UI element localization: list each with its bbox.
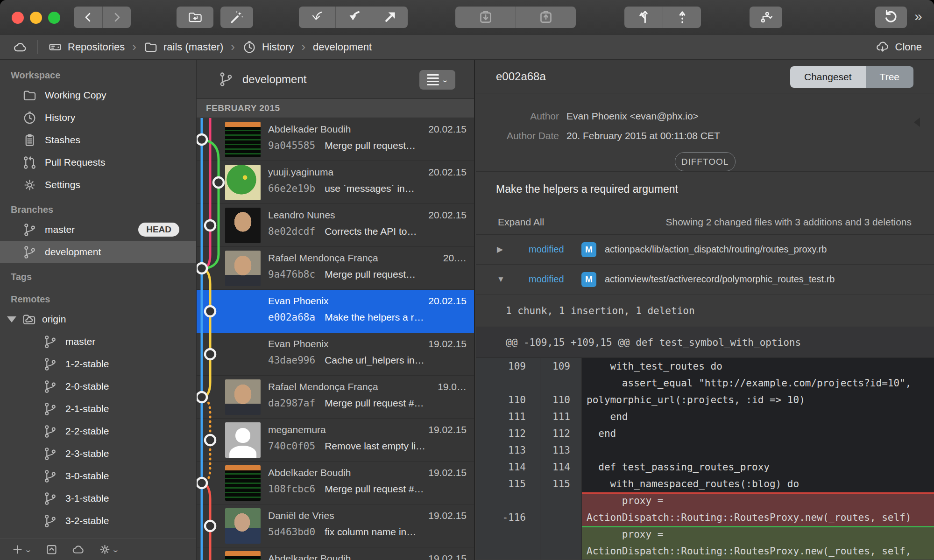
minimize-button[interactable] <box>30 12 42 24</box>
breadcrumb-item-development[interactable]: development <box>313 41 372 53</box>
commit-row[interactable]: yuuji.yaginuma20.02.1566e2e19buse `messa… <box>197 161 474 204</box>
refresh-button[interactable] <box>875 7 907 28</box>
commit-meta: Abdelkader Boudih20.02.159a045585Merge p… <box>268 124 467 151</box>
commit-message: Merge pull request #… <box>325 398 424 409</box>
expand-triangle-icon[interactable]: ▶ <box>497 245 506 254</box>
remote-folder-icon <box>22 312 36 327</box>
commit-meta: yuuji.yaginuma20.02.1566e2e19buse `messa… <box>268 167 467 194</box>
chevron-down-icon: ⌄ <box>111 546 120 554</box>
sidebar-item-2-2-stable[interactable]: 2-2-stable <box>0 420 196 442</box>
push-button[interactable] <box>516 7 576 28</box>
difftool-button[interactable]: DIFFTOOL <box>675 152 736 171</box>
breadcrumb-item-repositories[interactable]: Repositories <box>48 40 125 54</box>
author-date-row: Author Date 20. February 2015 at 00:11:0… <box>476 126 934 146</box>
toolbar-overflow-button[interactable]: » <box>914 8 921 24</box>
commit-row[interactable]: Rafael Mendonça França20.…9a476b8cMerge … <box>197 247 474 290</box>
commit-row[interactable]: Abdelkader Boudih19.02.15 <box>197 547 474 560</box>
commit-avatar <box>225 336 261 372</box>
tab-tree[interactable]: Tree <box>866 66 913 88</box>
zoom-button[interactable] <box>48 12 60 24</box>
arrow-curve-left-outline-icon <box>308 8 326 27</box>
commit-rows: Abdelkader Boudih20.02.159a045585Merge p… <box>197 118 474 560</box>
sidebar-item-history[interactable]: History <box>0 106 196 129</box>
pull-button[interactable] <box>455 7 516 28</box>
breadcrumb-separator: › <box>301 40 305 54</box>
commit-row[interactable]: Daniël de Vries19.02.155d463bd0fix colum… <box>197 504 474 547</box>
commit-row[interactable]: Evan Phoenix19.02.1543dae996Cache url_he… <box>197 333 474 376</box>
commit-list-header: development ⌄ <box>197 60 474 99</box>
sidebar-item-pull-requests[interactable]: Pull Requests <box>0 151 196 174</box>
sidebar-item-working-copy[interactable]: Working Copy <box>0 84 196 106</box>
commit-meta: Leandro Nunes20.02.158e02dcdfCorrects th… <box>268 210 467 237</box>
magic-wand-button[interactable] <box>220 7 253 28</box>
chunk-summary: 1 chunk, 1 insertion, 1 deletion <box>476 294 934 327</box>
changed-file-row[interactable]: ▶modifiedMactionpack/lib/action_dispatch… <box>476 235 934 265</box>
cloud-button[interactable] <box>72 543 85 556</box>
cloud-icon[interactable] <box>13 40 27 54</box>
commit-meta: Rafael Mendonça França19.0…da2987afMerge… <box>268 381 467 409</box>
discard-button[interactable] <box>299 7 335 28</box>
sidebar: WorkspaceWorking CopyHistoryStashesPull … <box>0 60 197 560</box>
sidebar-item-1-2-stable[interactable]: 1-2-stable <box>0 353 196 375</box>
sidebar-item-settings[interactable]: Settings <box>0 174 196 196</box>
tab-changeset[interactable]: Changeset <box>790 66 866 88</box>
commit-message: use `messages` in… <box>325 183 415 194</box>
commit-row[interactable]: Leandro Nunes20.02.158e02dcdfCorrects th… <box>197 204 474 247</box>
clone-button[interactable]: Clone <box>876 40 922 54</box>
new-line-number: 112 <box>540 425 582 442</box>
sidebar-item-stashes[interactable]: Stashes <box>0 129 196 151</box>
gear-button[interactable]: ⌄ <box>99 543 119 556</box>
sidebar-item-development[interactable]: development <box>0 241 196 263</box>
reset-button[interactable] <box>335 7 372 28</box>
sidebar-item-label: 2-3-stable <box>65 448 109 459</box>
breadcrumb-item-rails-master-[interactable]: rails (master) <box>144 40 223 54</box>
collapse-triangle-icon[interactable]: ▼ <box>497 275 506 284</box>
sidebar-item-2-3-stable[interactable]: 2-3-stable <box>0 442 196 465</box>
commit-row[interactable]: Evan Phoenix20.02.15e002a68aMake the hel… <box>197 290 474 333</box>
git-flow-button[interactable] <box>750 7 782 28</box>
commit-button[interactable] <box>177 7 213 28</box>
commit-row[interactable]: Abdelkader Boudih20.02.159a045585Merge p… <box>197 118 474 161</box>
new-line-number <box>540 492 582 509</box>
push-icon <box>537 8 555 27</box>
commit-row[interactable]: Abdelkader Boudih19.02.15108fcbc6Merge p… <box>197 462 474 504</box>
commit-row[interactable]: meganemura19.02.15740c0f05Remove last em… <box>197 419 474 462</box>
merge-button[interactable] <box>663 7 701 28</box>
sidebar-footer: ⌄⌄ <box>0 539 196 560</box>
commit-date: 20.02.15 <box>428 124 467 135</box>
branch-button[interactable] <box>624 7 663 28</box>
commit-row[interactable]: Rafael Mendonça França19.0…da2987afMerge… <box>197 376 474 419</box>
sidebar-item-master[interactable]: master <box>0 330 196 353</box>
diff-line: ActionDispatch::Routing::RoutesProxy.new… <box>476 543 934 560</box>
sidebar-item-label: 2-1-stable <box>65 403 109 414</box>
expand-all-button[interactable]: Expand All <box>498 217 544 228</box>
continue-button[interactable] <box>372 7 408 28</box>
close-button[interactable] <box>12 12 24 24</box>
disclosure-triangle-icon[interactable] <box>7 316 16 322</box>
diff-line: 114114 def test_passing_routes_proxy <box>476 459 934 476</box>
sync-group <box>455 7 576 28</box>
back-button[interactable] <box>74 7 102 28</box>
gear-icon <box>22 178 37 192</box>
sidebar-item-3-2-stable[interactable]: 3-2-stable <box>0 510 196 532</box>
new-line-number: 114 <box>540 459 582 476</box>
forward-button[interactable] <box>102 7 131 28</box>
commit-avatar <box>225 551 261 560</box>
branch-icon <box>43 379 57 394</box>
nav-group <box>74 7 131 28</box>
sidebar-item-3-0-stable[interactable]: 3-0-stable <box>0 465 196 487</box>
export-button[interactable] <box>45 543 58 556</box>
sidebar-item-origin[interactable]: origin <box>0 308 196 330</box>
sidebar-item-2-0-stable[interactable]: 2-0-stable <box>0 375 196 398</box>
breadcrumb-item-history[interactable]: History <box>242 40 294 54</box>
list-view-options-button[interactable]: ⌄ <box>419 70 455 90</box>
add-button[interactable]: ⌄ <box>11 543 31 556</box>
sidebar-item-2-1-stable[interactable]: 2-1-stable <box>0 398 196 420</box>
commit-avatar <box>225 422 261 458</box>
changed-file-row[interactable]: ▼modifiedMactionview/test/activerecord/p… <box>476 265 934 294</box>
commit-avatar <box>225 508 261 544</box>
sidebar-item-3-1-stable[interactable]: 3-1-stable <box>0 487 196 510</box>
commit-message: Merge pull request #… <box>325 483 424 495</box>
sidebar-item-master[interactable]: masterHEAD <box>0 218 196 241</box>
file-state: modified <box>529 244 573 255</box>
